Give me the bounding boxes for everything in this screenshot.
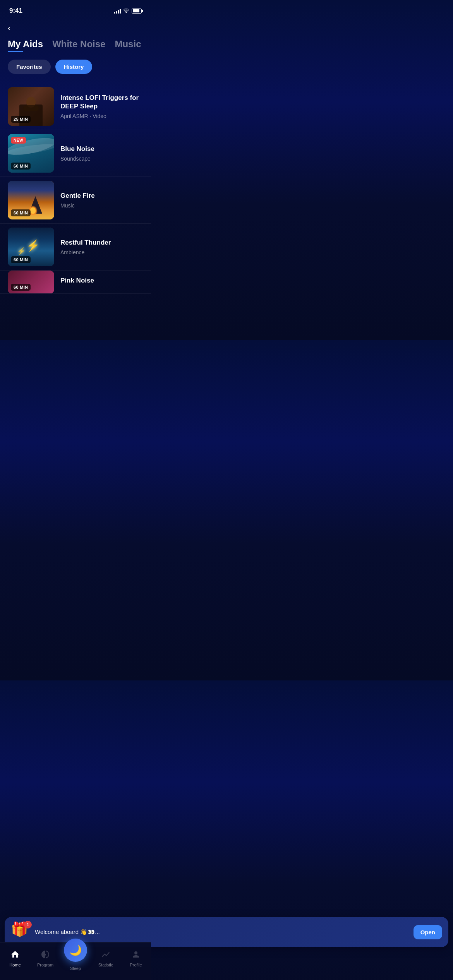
item-info-5: Pink Noise [60, 276, 143, 287]
tab-my-aids[interactable]: My Aids [8, 39, 43, 52]
back-button[interactable]: ‹ [0, 19, 151, 36]
tab-premium[interactable]: Premium [150, 39, 151, 52]
tab-music[interactable]: Music [115, 39, 141, 52]
filter-pills: Favorites History [0, 52, 151, 80]
status-icons [114, 8, 142, 14]
favorites-pill[interactable]: Favorites [8, 60, 51, 74]
history-pill[interactable]: History [55, 60, 93, 74]
item-info-3: Gentle Fire Music [60, 192, 143, 209]
item-title-2: Blue Noise [60, 145, 143, 153]
item-subtitle-1: April ASMR · Video [60, 113, 143, 119]
item-subtitle-4: Ambience [60, 249, 143, 255]
item-subtitle-2: Soundscape [60, 156, 143, 162]
back-chevron-icon: ‹ [8, 23, 10, 33]
duration-badge-4: 60 MIN [11, 256, 31, 263]
duration-badge-2: 60 MIN [11, 163, 31, 170]
new-badge-2: NEW [11, 137, 26, 144]
duration-badge-1: 25 MIN [11, 116, 31, 123]
item-info-2: Blue Noise Soundscape [60, 145, 143, 162]
list-item[interactable]: 60 MIN Pink Noise [0, 271, 151, 294]
thumbnail-1: 25 MIN [8, 87, 54, 126]
item-subtitle-3: Music [60, 202, 143, 209]
list-item[interactable]: 60 MIN Gentle Fire Music [0, 177, 151, 224]
content-list: 25 MIN Intense LOFI Triggers for DEEP Sl… [0, 80, 151, 340]
wifi-icon [123, 8, 129, 14]
signal-icon [114, 8, 121, 14]
item-title-4: Restful Thunder [60, 238, 143, 247]
status-time: 9:41 [9, 7, 22, 15]
item-info-4: Restful Thunder Ambience [60, 238, 143, 255]
battery-icon [132, 9, 142, 14]
thumbnail-4: ⚡ ⚡ 60 MIN [8, 228, 54, 266]
list-item[interactable]: NEW 60 MIN Blue Noise Soundscape [0, 130, 151, 177]
item-info-1: Intense LOFI Triggers for DEEP Sleep Apr… [60, 94, 143, 119]
list-item[interactable]: ⚡ ⚡ 60 MIN Restful Thunder Ambience [0, 224, 151, 271]
thumbnail-3: 60 MIN [8, 181, 54, 219]
duration-badge-5: 60 MIN [11, 284, 31, 291]
item-title-1: Intense LOFI Triggers for DEEP Sleep [60, 94, 143, 111]
status-bar: 9:41 [0, 0, 151, 19]
item-title-3: Gentle Fire [60, 192, 143, 200]
thumbnail-5: 60 MIN [8, 271, 54, 294]
duration-badge-3: 60 MIN [11, 209, 31, 216]
tabs-header: My Aids White Noise Music Premium [0, 36, 151, 52]
list-item[interactable]: 25 MIN Intense LOFI Triggers for DEEP Sl… [0, 83, 151, 130]
tab-white-noise[interactable]: White Noise [52, 39, 105, 52]
item-title-5: Pink Noise [60, 276, 143, 285]
thumbnail-2: NEW 60 MIN [8, 134, 54, 173]
